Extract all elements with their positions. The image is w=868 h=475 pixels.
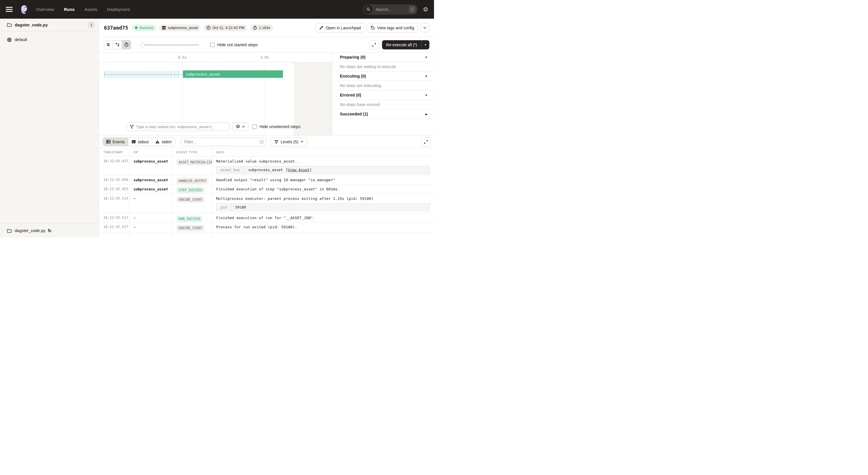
view-waterfall-button[interactable]	[113, 40, 122, 49]
terminal-icon	[131, 140, 136, 144]
sidebar-item-default[interactable]: default	[0, 34, 99, 45]
section-preparing-header[interactable]: Preparing (0) ▼	[332, 53, 434, 62]
footer-code-location-name: dagster_code.py	[14, 228, 45, 233]
nav-assets[interactable]: Assets	[84, 7, 97, 12]
checkbox-box[interactable]	[210, 42, 215, 47]
tab-events[interactable]: Events	[103, 138, 128, 146]
view-tags-config-button[interactable]: View tags and config	[367, 23, 418, 32]
warning-icon	[155, 140, 160, 144]
chevron-down-icon	[301, 141, 303, 143]
log-filter	[181, 138, 267, 146]
event-row[interactable]: 16:22:43.453 subprocess_asset STEP_SUCCE…	[99, 184, 434, 194]
graph-query-toggle-button[interactable]	[232, 122, 248, 131]
waterfall-view-icon	[115, 42, 120, 47]
view-flat-button[interactable]	[104, 40, 113, 49]
section-preparing-empty: No steps are waiting to execute	[332, 62, 434, 71]
gantt-fullscreen-button[interactable]	[369, 40, 379, 50]
event-type-tag: HANDLED_OUTPUT	[176, 178, 209, 184]
section-executing-header[interactable]: Executing (0) ▼	[332, 71, 434, 81]
section-errored-empty: No steps have errored	[332, 100, 434, 110]
view-asset-link[interactable]: View Asset	[288, 168, 309, 172]
asset-chip[interactable]: subprocess_asset	[159, 24, 200, 31]
global-search[interactable]: Search... /	[363, 4, 417, 14]
settings-gear-icon[interactable]: ⚙	[423, 6, 428, 12]
gantt-zoom-slider[interactable]	[141, 42, 199, 47]
tab-stdout[interactable]: stdout	[128, 138, 152, 146]
section-succeeded-header[interactable]: Succeeded (1) ▶	[332, 110, 434, 119]
stopwatch-icon	[253, 26, 257, 30]
col-op: OP	[129, 148, 172, 156]
slider-track[interactable]	[141, 44, 199, 46]
chevron-down-icon	[423, 27, 427, 29]
clear-filter-icon[interactable]	[259, 140, 264, 144]
section-errored-header[interactable]: Errored (0) ▼	[332, 90, 434, 100]
checkbox-box[interactable]	[252, 124, 257, 129]
sidebar-footer: dagster_code.py ↻	[0, 224, 99, 237]
sidebar-item-label: default	[14, 37, 27, 42]
step-subset-input[interactable]	[136, 125, 227, 129]
gantt-section: 0.5s 1.0s subprocess_asset	[99, 53, 434, 136]
run-more-actions-button[interactable]	[420, 23, 429, 32]
folder-icon	[7, 229, 12, 233]
asset-grid-icon	[162, 26, 166, 30]
top-nav: Overview Runs Assets Deployment Search..…	[0, 0, 434, 19]
event-row-partial	[99, 232, 434, 237]
log-filter-input[interactable]	[181, 138, 267, 146]
gantt-bar-subprocess-asset[interactable]: subprocess_asset	[183, 70, 283, 78]
reexecute-dropdown-caret[interactable]: ▾	[421, 40, 429, 50]
event-row[interactable]: 16:22:43.437 subprocess_asset ASSET_MATE…	[99, 156, 434, 175]
event-type-tag: RUN_SUCCESS	[176, 216, 203, 222]
nav-deployment[interactable]: Deployment	[107, 7, 130, 12]
events-table-header: TIMESTAMP OP EVENT TYPE INFO	[99, 148, 434, 156]
dagster-logo-icon[interactable]	[19, 4, 29, 14]
caret-down-icon: ▼	[425, 56, 428, 59]
code-location-header[interactable]: dagster_code.py 1	[0, 19, 99, 31]
event-row[interactable]: 16:22:43.517 - RUN_SUCCESS Finished exec…	[99, 213, 434, 222]
table-icon	[106, 140, 111, 144]
reexecute-all-button[interactable]: Re-execute all (*) ▾	[382, 40, 429, 50]
code-location-count-badge: 1	[88, 22, 95, 28]
nav-overview[interactable]: Overview	[36, 7, 54, 12]
gantt-view-mode-group	[104, 40, 131, 50]
expand-icon	[372, 42, 376, 47]
event-row[interactable]: 16:22:43.513 - ENGINE_EVENT Multiprocess…	[99, 194, 434, 213]
hide-not-started-checkbox[interactable]: Hide not started steps	[210, 42, 258, 47]
axis-tick-1_0s: 1.0s	[260, 55, 269, 59]
nav-runs[interactable]: Runs	[64, 7, 75, 12]
flat-view-icon	[106, 42, 111, 47]
primary-nav: Overview Runs Assets Deployment	[36, 7, 130, 12]
reload-icon[interactable]: ↻	[48, 228, 51, 234]
event-row[interactable]: 16:22:43.450 subprocess_asset HANDLED_OU…	[99, 175, 434, 184]
caret-down-icon: ▼	[425, 94, 428, 97]
gantt-chart: 0.5s 1.0s subprocess_asset	[99, 53, 332, 135]
hide-unselected-checkbox[interactable]: Hide unselected steps	[252, 124, 301, 129]
pencil-icon	[319, 26, 323, 30]
run-id: 637aed75	[104, 25, 128, 31]
events-table: TIMESTAMP OP EVENT TYPE INFO 16:22:43.43…	[99, 148, 434, 237]
event-row[interactable]: 16:22:43.527 - ENGINE_EVENT Process for …	[99, 222, 434, 232]
code-location-name: dagster_code.py	[14, 23, 88, 27]
event-type-tag: STEP_SUCCESS	[176, 187, 205, 193]
tag-icon	[371, 26, 375, 30]
logs-fullscreen-button[interactable]	[422, 137, 431, 146]
step-waiting-track	[104, 71, 183, 78]
search-icon	[364, 5, 373, 14]
step-subset-field[interactable]	[127, 122, 229, 131]
caret-right-icon: ▶	[425, 113, 428, 116]
layers-icon	[236, 124, 240, 129]
metadata-table: asset_key subprocess_asset[View Asset]	[216, 166, 430, 174]
menu-icon[interactable]	[6, 7, 12, 12]
main-content: 637aed75 Success subprocess_asset Oct 11…	[99, 19, 434, 237]
open-in-launchpad-button[interactable]: Open in Launchpad	[315, 23, 365, 32]
slider-handle[interactable]	[141, 42, 145, 47]
event-type-tag: ASSET_MATERIALIZAT…	[176, 159, 212, 166]
levels-filter-button[interactable]: Levels (5)	[271, 137, 307, 146]
search-shortcut-badge: /	[409, 6, 415, 13]
status-dot-icon	[135, 26, 137, 29]
clock-icon	[206, 26, 211, 30]
left-sidebar: dagster_code.py 1 default dagster_code.p…	[0, 19, 99, 237]
chevron-up-icon	[242, 126, 245, 127]
run-header: 637aed75 Success subprocess_asset Oct 11…	[99, 19, 434, 37]
tab-stderr[interactable]: stderr	[152, 138, 175, 146]
view-timed-button[interactable]	[122, 40, 131, 49]
